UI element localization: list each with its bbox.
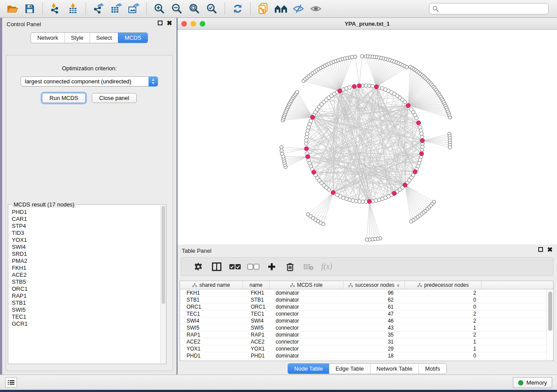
tab-network-table[interactable]: Network Table (370, 364, 419, 374)
tab-motifs[interactable]: Motifs (419, 364, 446, 374)
float-panel-icon[interactable] (538, 247, 543, 252)
mcds-result-item[interactable]: ORC1 (12, 285, 160, 292)
table-row[interactable]: PHD1PHD1dominator180 (180, 352, 553, 359)
table-settings-button[interactable] (189, 262, 208, 271)
table-cell[interactable]: SWI4 (180, 317, 243, 324)
table-cell[interactable]: connector (270, 310, 343, 317)
table-cell[interactable]: 62 (343, 296, 405, 303)
export-table-button[interactable] (107, 1, 125, 17)
tab-edge-table[interactable]: Edge Table (329, 364, 370, 374)
mcds-result-item[interactable]: TID3 (12, 230, 160, 237)
export-network-button[interactable] (90, 1, 107, 17)
mcds-result-item[interactable]: STB1 (12, 299, 160, 306)
table-cell[interactable]: 2 (405, 317, 481, 324)
table-row[interactable]: ORC1ORC1dominator610 (180, 303, 553, 310)
column-header-shared-name[interactable]: shared name (180, 281, 243, 289)
table-cell[interactable]: dominator (270, 352, 343, 359)
table-row[interactable]: STB1STB1dominator620 (180, 296, 553, 303)
mcds-result-item[interactable]: STP4 (12, 223, 160, 230)
column-header-predecessor-nodes[interactable]: predecessor nodes (405, 281, 481, 289)
table-cell[interactable]: ACE2 (180, 338, 243, 345)
zoom-in-button[interactable] (151, 1, 168, 17)
network-from-selection-button[interactable] (255, 1, 272, 17)
tab-select[interactable]: Select (90, 33, 118, 43)
table-cell[interactable]: STB1 (180, 296, 243, 303)
network-svg[interactable] (177, 30, 557, 244)
table-cell[interactable]: connector (270, 338, 343, 345)
save-session-button[interactable] (21, 1, 38, 17)
show-column-panel-button[interactable] (208, 262, 226, 271)
minimize-window-icon[interactable] (190, 21, 196, 27)
table-cell[interactable]: 18 (343, 352, 405, 359)
table-cell[interactable]: SWI4 (243, 317, 270, 324)
tab-mcds[interactable]: MCDS (118, 33, 147, 43)
table-cell[interactable]: connector (270, 324, 343, 331)
export-image-button[interactable] (125, 1, 142, 17)
search-field[interactable] (429, 3, 549, 14)
mcds-result-item[interactable]: SWI4 (12, 244, 160, 251)
table-cell[interactable]: RAP1 (180, 331, 243, 338)
search-input[interactable] (441, 6, 548, 12)
optimization-criterion-dropdown[interactable]: largest connected component (undirected)… (21, 76, 158, 86)
table-cell[interactable]: connector (270, 345, 343, 352)
table-row[interactable]: FKH1FKH1dominator962 (180, 289, 553, 296)
table-cell[interactable]: ORC1 (243, 303, 270, 310)
table-cell[interactable]: 0 (405, 352, 481, 359)
refresh-layout-button[interactable] (229, 1, 246, 17)
show-all-button[interactable] (307, 1, 325, 17)
mcds-result-item[interactable]: SWI5 (12, 306, 160, 313)
table-cell[interactable]: 0 (405, 303, 481, 310)
close-panel-icon[interactable]: ✖ (166, 21, 172, 25)
table-cell[interactable]: 43 (343, 324, 405, 331)
scrollbar-thumb[interactable] (162, 206, 165, 304)
table-cell[interactable]: 2 (405, 331, 481, 338)
table-cell[interactable]: 1 (405, 345, 481, 352)
column-header-name[interactable]: name (243, 281, 270, 289)
table-cell[interactable]: TEC1 (243, 310, 270, 317)
table-cell[interactable]: YOX1 (243, 345, 270, 352)
mcds-result-item[interactable]: ACE2 (12, 272, 160, 279)
run-mcds-button[interactable]: Run MCDS (42, 93, 86, 103)
table-cell[interactable]: dominator (270, 303, 343, 310)
mcds-result-list[interactable]: PHD1CAR1STP4TID3YOX1SWI4SRD1PMA2FKH1ACE2… (8, 206, 160, 364)
table-cell[interactable]: TEC1 (180, 310, 243, 317)
tab-node-table[interactable]: Node Table (288, 364, 329, 374)
task-history-button[interactable] (5, 377, 17, 388)
table-cell[interactable]: ORC1 (180, 303, 243, 310)
table-cell[interactable]: FKH1 (180, 289, 243, 296)
table-cell[interactable]: YOX1 (180, 345, 243, 352)
select-all-button[interactable] (226, 264, 244, 270)
table-cell[interactable]: SWI5 (243, 324, 270, 331)
delete-table-button[interactable] (299, 263, 318, 270)
table-row[interactable]: YOX1YOX1connector291 (180, 345, 553, 352)
table-cell[interactable]: 46 (343, 317, 405, 324)
memory-button[interactable]: Memory (513, 377, 552, 388)
table-row[interactable]: RAP1RAP1dominator352 (180, 331, 553, 338)
table-row[interactable]: ACE2ACE2connector311 (180, 338, 553, 345)
mcds-result-item[interactable]: TEC1 (12, 313, 160, 320)
scrollbar-thumb[interactable] (548, 292, 552, 331)
table-cell[interactable]: dominator (270, 289, 343, 296)
zoom-fit-button[interactable] (186, 1, 203, 17)
table-cell[interactable]: 0 (405, 296, 481, 303)
add-column-button[interactable] (263, 263, 281, 271)
mcds-result-item[interactable]: PMA2 (12, 258, 160, 265)
close-panel-icon[interactable]: ✖ (547, 247, 553, 252)
table-cell[interactable]: 35 (343, 331, 405, 338)
zoom-selected-button[interactable] (203, 1, 221, 17)
deselect-all-button[interactable] (244, 264, 263, 270)
network-window-titlebar[interactable]: YPA_prune.txt_1 (177, 18, 557, 30)
mcds-result-item[interactable]: YOX1 (12, 237, 160, 244)
table-cell[interactable]: 2 (405, 289, 481, 296)
mcds-result-item[interactable]: CAR1 (12, 216, 160, 223)
open-session-button[interactable] (3, 1, 21, 17)
column-header-successor-nodes[interactable]: successor nodes∨ (343, 281, 405, 289)
table-cell[interactable]: 2 (405, 310, 481, 317)
float-panel-icon[interactable] (158, 21, 163, 25)
table-row[interactable]: SWI4SWI4dominator462 (180, 317, 553, 324)
mcds-result-item[interactable]: RAP1 (12, 292, 160, 299)
zoom-out-button[interactable] (168, 1, 186, 17)
table-cell[interactable]: PHD1 (243, 352, 270, 359)
table-row[interactable]: TEC1TEC1connector472 (180, 310, 553, 317)
close-panel-button[interactable]: Close panel (92, 93, 137, 103)
